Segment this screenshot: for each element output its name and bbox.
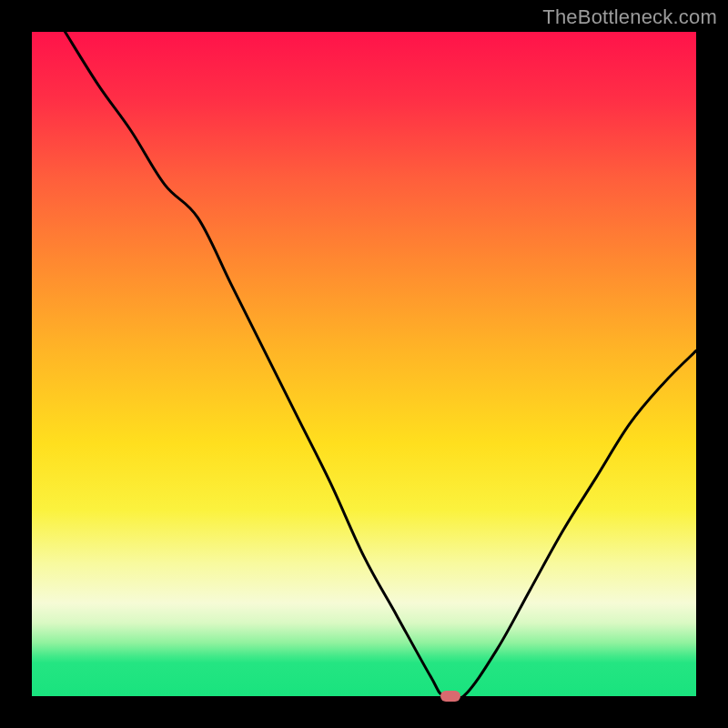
optimal-marker (440, 691, 460, 702)
chart-frame: TheBottleneck.com (0, 0, 728, 728)
watermark-text: TheBottleneck.com (542, 5, 717, 29)
plot-area (32, 32, 696, 696)
bottleneck-curve (32, 32, 696, 696)
